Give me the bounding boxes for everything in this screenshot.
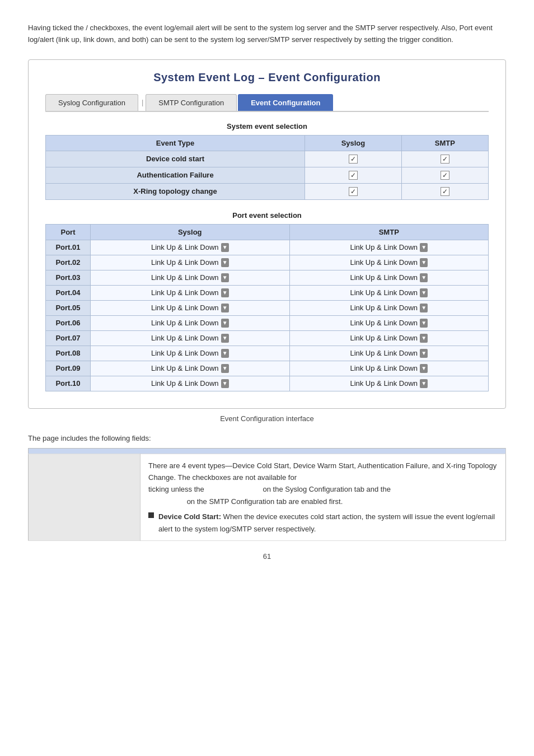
- smtp-check-cell[interactable]: ✓: [401, 183, 488, 199]
- dropdown-arrow-icon[interactable]: ▼: [221, 364, 229, 373]
- port-syslog-dropdown[interactable]: Link Up & Link Down ▼: [151, 304, 229, 312]
- port-syslog-dropdown[interactable]: Link Up & Link Down ▼: [151, 288, 229, 297]
- panel-caption: Event Configuration interface: [28, 414, 506, 423]
- port-smtp-dropdown-cell[interactable]: Link Up & Link Down ▼: [289, 270, 489, 285]
- port-smtp-value: Link Up & Link Down: [350, 349, 418, 357]
- syslog-check-cell[interactable]: ✓: [305, 183, 402, 199]
- dropdown-arrow-icon[interactable]: ▼: [420, 349, 428, 358]
- port-smtp-dropdown[interactable]: Link Up & Link Down ▼: [350, 288, 428, 297]
- port-syslog-dropdown-cell[interactable]: Link Up & Link Down ▼: [91, 300, 290, 315]
- dropdown-arrow-icon[interactable]: ▼: [420, 334, 428, 343]
- port-event-row: Port.01 Link Up & Link Down ▼ Link Up & …: [46, 240, 489, 255]
- port-smtp-dropdown-cell[interactable]: Link Up & Link Down ▼: [289, 300, 489, 315]
- dropdown-arrow-icon[interactable]: ▼: [420, 364, 428, 373]
- port-smtp-dropdown-cell[interactable]: Link Up & Link Down ▼: [289, 361, 489, 376]
- tab-divider: |: [139, 94, 146, 110]
- port-smtp-dropdown[interactable]: Link Up & Link Down ▼: [350, 273, 428, 282]
- event-type-row: There are 4 event types—Device Cold Star…: [29, 454, 506, 541]
- dropdown-arrow-icon[interactable]: ▼: [221, 288, 229, 297]
- port-smtp-dropdown-cell[interactable]: Link Up & Link Down ▼: [289, 315, 489, 330]
- smtp-checkbox[interactable]: ✓: [441, 171, 449, 180]
- tab-bar: Syslog Configuration | SMTP Configuratio…: [45, 94, 489, 112]
- syslog-check-cell[interactable]: ✓: [305, 151, 402, 167]
- dropdown-arrow-icon[interactable]: ▼: [221, 258, 229, 267]
- dropdown-arrow-icon[interactable]: ▼: [420, 273, 428, 282]
- dropdown-arrow-icon[interactable]: ▼: [420, 243, 428, 252]
- syslog-checkbox[interactable]: ✓: [349, 155, 358, 164]
- port-label-cell: Port.10: [46, 376, 91, 391]
- port-event-row: Port.07 Link Up & Link Down ▼ Link Up & …: [46, 330, 489, 346]
- port-syslog-dropdown[interactable]: Link Up & Link Down ▼: [151, 258, 229, 267]
- tab-event-config[interactable]: Event Configuration: [238, 94, 333, 111]
- dropdown-arrow-icon[interactable]: ▼: [420, 319, 428, 328]
- smtp-check-cell[interactable]: ✓: [401, 167, 488, 183]
- dropdown-arrow-icon[interactable]: ▼: [420, 379, 428, 388]
- system-event-section-title: System event selection: [45, 122, 489, 130]
- port-syslog-dropdown-cell[interactable]: Link Up & Link Down ▼: [91, 361, 290, 376]
- dropdown-arrow-icon[interactable]: ▼: [420, 304, 428, 312]
- port-smtp-dropdown-cell[interactable]: Link Up & Link Down ▼: [289, 376, 489, 391]
- port-syslog-dropdown-cell[interactable]: Link Up & Link Down ▼: [91, 270, 290, 285]
- col-event-type: Event Type: [46, 135, 305, 151]
- port-smtp-dropdown[interactable]: Link Up & Link Down ▼: [350, 304, 428, 312]
- port-syslog-dropdown[interactable]: Link Up & Link Down ▼: [151, 379, 229, 388]
- dropdown-arrow-icon[interactable]: ▼: [221, 273, 229, 282]
- port-syslog-dropdown-cell[interactable]: Link Up & Link Down ▼: [91, 240, 290, 255]
- port-syslog-dropdown-cell[interactable]: Link Up & Link Down ▼: [91, 376, 290, 391]
- syslog-checkbox[interactable]: ✓: [349, 171, 358, 180]
- port-smtp-dropdown[interactable]: Link Up & Link Down ▼: [350, 319, 428, 328]
- smtp-checkbox[interactable]: ✓: [441, 155, 449, 164]
- field-desc-text: There are 4 event types—Device Cold Star…: [148, 460, 498, 535]
- dropdown-arrow-icon[interactable]: ▼: [221, 379, 229, 388]
- port-event-row: Port.10 Link Up & Link Down ▼ Link Up & …: [46, 376, 489, 391]
- syslog-check-cell[interactable]: ✓: [305, 167, 402, 183]
- dropdown-arrow-icon[interactable]: ▼: [221, 334, 229, 343]
- smtp-checkbox[interactable]: ✓: [441, 187, 449, 196]
- syslog-checkbox[interactable]: ✓: [349, 187, 358, 196]
- dropdown-arrow-icon[interactable]: ▼: [221, 319, 229, 328]
- port-smtp-dropdown-cell[interactable]: Link Up & Link Down ▼: [289, 255, 489, 270]
- port-event-row: Port.04 Link Up & Link Down ▼ Link Up & …: [46, 285, 489, 300]
- port-syslog-dropdown[interactable]: Link Up & Link Down ▼: [151, 243, 229, 252]
- port-syslog-dropdown[interactable]: Link Up & Link Down ▼: [151, 319, 229, 328]
- tab-syslog[interactable]: Syslog Configuration: [45, 94, 138, 111]
- port-smtp-dropdown[interactable]: Link Up & Link Down ▼: [350, 258, 428, 267]
- port-label-cell: Port.08: [46, 346, 91, 361]
- port-smtp-value: Link Up & Link Down: [350, 288, 418, 297]
- port-smtp-value: Link Up & Link Down: [350, 334, 418, 342]
- port-smtp-dropdown[interactable]: Link Up & Link Down ▼: [350, 379, 428, 388]
- port-syslog-value: Link Up & Link Down: [151, 288, 219, 297]
- port-smtp-dropdown[interactable]: Link Up & Link Down ▼: [350, 334, 428, 343]
- port-smtp-dropdown-cell[interactable]: Link Up & Link Down ▼: [289, 346, 489, 361]
- port-syslog-dropdown[interactable]: Link Up & Link Down ▼: [151, 273, 229, 282]
- bullet-cold-start: Device Cold Start: When the device execu…: [148, 511, 498, 535]
- port-syslog-dropdown-cell[interactable]: Link Up & Link Down ▼: [91, 330, 290, 346]
- port-syslog-dropdown[interactable]: Link Up & Link Down ▼: [151, 349, 229, 358]
- port-label-cell: Port.09: [46, 361, 91, 376]
- tab-smtp[interactable]: SMTP Configuration: [146, 94, 237, 111]
- dropdown-arrow-icon[interactable]: ▼: [420, 288, 428, 297]
- port-label-cell: Port.06: [46, 315, 91, 330]
- panel-title: System Event Log – Event Configuration: [45, 71, 489, 84]
- port-event-row: Port.09 Link Up & Link Down ▼ Link Up & …: [46, 361, 489, 376]
- port-smtp-value: Link Up & Link Down: [350, 258, 418, 267]
- port-smtp-dropdown-cell[interactable]: Link Up & Link Down ▼: [289, 330, 489, 346]
- port-smtp-dropdown-cell[interactable]: Link Up & Link Down ▼: [289, 285, 489, 300]
- port-syslog-dropdown-cell[interactable]: Link Up & Link Down ▼: [91, 315, 290, 330]
- port-syslog-dropdown[interactable]: Link Up & Link Down ▼: [151, 364, 229, 373]
- dropdown-arrow-icon[interactable]: ▼: [420, 258, 428, 267]
- port-smtp-dropdown-cell[interactable]: Link Up & Link Down ▼: [289, 240, 489, 255]
- port-smtp-dropdown[interactable]: Link Up & Link Down ▼: [350, 364, 428, 373]
- port-syslog-dropdown-cell[interactable]: Link Up & Link Down ▼: [91, 346, 290, 361]
- port-smtp-dropdown[interactable]: Link Up & Link Down ▼: [350, 349, 428, 358]
- port-syslog-dropdown-cell[interactable]: Link Up & Link Down ▼: [91, 255, 290, 270]
- port-syslog-dropdown-cell[interactable]: Link Up & Link Down ▼: [91, 285, 290, 300]
- system-event-row: X-Ring topology change✓✓: [46, 183, 489, 199]
- event-type-description: There are 4 event types—Device Cold Star…: [140, 454, 506, 541]
- dropdown-arrow-icon[interactable]: ▼: [221, 349, 229, 358]
- smtp-check-cell[interactable]: ✓: [401, 151, 488, 167]
- port-syslog-dropdown[interactable]: Link Up & Link Down ▼: [151, 334, 229, 343]
- port-smtp-dropdown[interactable]: Link Up & Link Down ▼: [350, 243, 428, 252]
- dropdown-arrow-icon[interactable]: ▼: [221, 304, 229, 312]
- dropdown-arrow-icon[interactable]: ▼: [221, 243, 229, 252]
